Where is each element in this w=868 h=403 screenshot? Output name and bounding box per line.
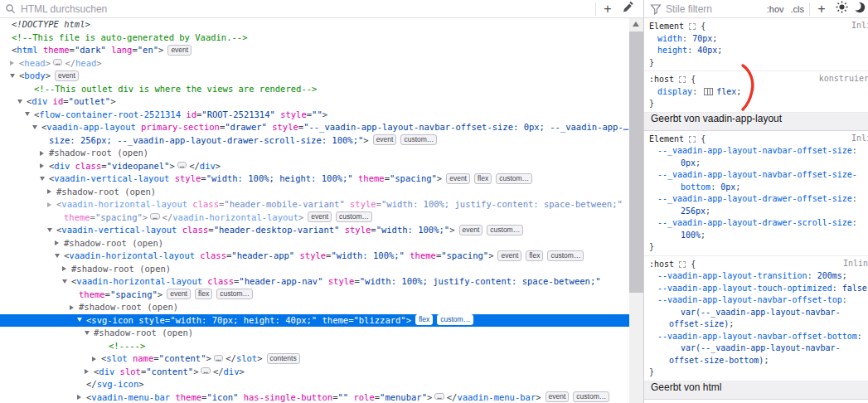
ellipsis-expander[interactable]: … — [53, 59, 62, 66]
css-declaration-line[interactable]: var(--_vaadin-app-layout-navbar- — [644, 342, 868, 355]
tree-row-selected[interactable]: <svg-icon style="width: 70px; height: 40… — [0, 314, 629, 328]
search-input[interactable] — [21, 3, 594, 15]
ellipsis-expander[interactable]: … — [214, 355, 223, 362]
tree-row[interactable]: <flow-container-root-2521314 id="ROOT-25… — [0, 109, 629, 122]
expand-arrow-icon[interactable] — [62, 266, 66, 271]
tree-row[interactable]: <div class="videopanel">…</div> — [0, 160, 629, 173]
css-declaration-line[interactable]: offset-size); — [644, 318, 868, 331]
collapse-arrow-icon[interactable] — [40, 177, 45, 181]
css-declaration-line[interactable]: --vaadin-app-layout-transition: 200ms; — [644, 270, 868, 283]
collapse-arrow-icon[interactable] — [25, 112, 30, 116]
badge[interactable]: event — [55, 70, 79, 81]
tree-row[interactable]: </svg-icon> — [0, 378, 629, 391]
collapse-arrow-icon[interactable] — [77, 318, 82, 322]
tree-row[interactable]: <vaadin-vertical-layout style="width: 10… — [0, 172, 629, 186]
css-declaration-line[interactable]: --_vaadin-app-layout-navbar-offset-size- — [644, 169, 868, 182]
tree-scrollbar[interactable] — [629, 18, 643, 403]
badge[interactable]: event — [167, 45, 192, 56]
collapse-arrow-icon[interactable] — [32, 125, 37, 129]
css-declaration-line[interactable]: --_vaadin-app-layout-drawer-scroll-size: — [644, 217, 868, 230]
tree-row[interactable]: theme="spacing">…</vaadin-horizontal-lay… — [0, 211, 629, 225]
tree-row[interactable]: <vaadin-vertical-layout class="header-de… — [0, 224, 629, 237]
css-declaration-line[interactable]: --_vaadin-app-layout-drawer-offset-size: — [644, 193, 868, 206]
rule-selector[interactable]: Element — [649, 134, 684, 143]
tree-row[interactable]: #shadow-root (open) — [0, 263, 629, 276]
highlight-toggle-icon[interactable] — [689, 136, 696, 143]
css-declaration-line[interactable]: 256px; — [644, 206, 868, 218]
eyedropper-button[interactable] — [618, 1, 638, 17]
tree-row[interactable]: theme="spacing">eventflexcustom… — [0, 289, 629, 302]
rule-source-label[interactable]: Inline — [851, 134, 868, 143]
rule-selector[interactable]: :host — [649, 75, 674, 84]
css-declaration-line[interactable]: display: flex; — [644, 86, 868, 99]
css-declaration-line[interactable]: 100%; — [644, 230, 868, 242]
tree-row[interactable]: <vaadin-app-layout primary-section="draw… — [0, 121, 629, 134]
rule-selector[interactable]: Element — [649, 22, 684, 31]
ellipsis-expander[interactable]: … — [434, 393, 444, 400]
rule-source-label[interactable]: Inline — [851, 21, 868, 30]
css-declaration-line[interactable]: var(--_vaadin-app-layout-navbar- — [644, 307, 868, 319]
expand-arrow-icon[interactable] — [77, 395, 81, 400]
tree-row[interactable]: #shadow-root (open) — [0, 327, 629, 340]
badge[interactable]: flex — [195, 289, 212, 299]
badge[interactable]: custom… — [400, 134, 437, 145]
collapse-arrow-icon[interactable] — [62, 279, 67, 284]
rule-selector[interactable]: :host — [649, 260, 674, 269]
tree-row[interactable]: #shadow-root (open) — [0, 186, 629, 199]
tree-row[interactable]: #shadow-root (open) — [0, 237, 629, 250]
pseudo-class-button[interactable]: :hov — [764, 1, 788, 17]
add-rule-button[interactable]: + — [812, 1, 832, 17]
expand-arrow-icon[interactable] — [47, 202, 51, 207]
collapse-arrow-icon[interactable] — [85, 331, 90, 335]
css-declaration-line[interactable]: height: 40px; — [644, 45, 868, 57]
collapse-arrow-icon[interactable] — [17, 100, 22, 104]
tree-row[interactable]: <vaadin-horizontal-layout class="header-… — [0, 198, 629, 211]
tree-row[interactable]: <div slot="content">…</div> — [0, 366, 629, 379]
badge[interactable]: event — [373, 134, 397, 145]
tree-row[interactable]: <html theme="dark" lang="en">event — [0, 44, 629, 57]
expand-arrow-icon[interactable] — [92, 357, 96, 362]
badge[interactable]: custom… — [547, 250, 584, 261]
tree-row[interactable]: <!----> — [0, 340, 629, 353]
create-node-button[interactable]: + — [598, 1, 618, 17]
badge[interactable]: flex — [474, 173, 492, 184]
badge[interactable]: contents — [267, 353, 300, 364]
expand-arrow-icon[interactable] — [55, 240, 59, 245]
css-declaration-line[interactable]: width: 70px; — [644, 33, 868, 46]
tree-row[interactable]: <slot name="content">…</slot>contents — [0, 352, 629, 366]
highlight-toggle-icon[interactable] — [679, 76, 686, 83]
tree-row[interactable]: <vaadin-menu-bar theme="icon" has-single… — [0, 391, 629, 403]
badge[interactable]: custom… — [487, 225, 523, 235]
collapse-arrow-icon[interactable] — [55, 254, 60, 258]
scrollbar-up-arrow-icon[interactable] — [633, 22, 639, 27]
tree-row[interactable]: <vaadin-horizontal-layout class="header-… — [0, 275, 629, 289]
expand-arrow-icon[interactable] — [85, 369, 89, 374]
tree-row[interactable]: <!DOCTYPE html> — [0, 18, 629, 32]
highlight-toggle-icon[interactable] — [689, 23, 696, 30]
css-declaration-line[interactable]: --vaadin-app-layout-navbar-offset-top: — [644, 294, 868, 307]
expand-arrow-icon[interactable] — [10, 61, 14, 66]
badge[interactable]: event — [497, 250, 521, 261]
badge[interactable]: event — [167, 289, 191, 299]
css-declaration-line[interactable]: 0px; — [644, 158, 868, 170]
tree-row[interactable]: <!--This file is auto-generated by Vaadi… — [0, 32, 629, 45]
badge[interactable]: flex — [415, 314, 433, 325]
expand-arrow-icon[interactable] — [47, 189, 51, 194]
tree-row[interactable]: <head>…</head> — [0, 57, 629, 70]
badge[interactable]: custom… — [216, 289, 253, 299]
tree-row[interactable]: <body>event — [0, 70, 629, 83]
dark-scheme-button[interactable] — [851, 1, 868, 17]
tree-row[interactable]: <!--This outlet div is where the views a… — [0, 83, 629, 96]
ellipsis-expander[interactable]: … — [177, 162, 187, 168]
badge[interactable]: custom… — [573, 391, 609, 402]
css-declaration-line[interactable]: bottom: 0px; — [644, 182, 868, 194]
expand-arrow-icon[interactable] — [40, 163, 44, 168]
collapse-arrow-icon[interactable] — [47, 228, 52, 232]
css-declaration-line[interactable]: --vaadin-app-layout-touch-optimized: fal… — [644, 283, 868, 295]
style-filter-input[interactable] — [666, 3, 764, 15]
tree-row[interactable]: #shadow-root (open) — [0, 301, 629, 314]
tree-row[interactable]: <vaadin-horizontal-layout class="header-… — [0, 250, 629, 263]
rule-source-label[interactable]: konstruiert — [819, 74, 868, 83]
light-scheme-button[interactable] — [832, 1, 851, 17]
badge[interactable]: flex — [526, 250, 543, 261]
